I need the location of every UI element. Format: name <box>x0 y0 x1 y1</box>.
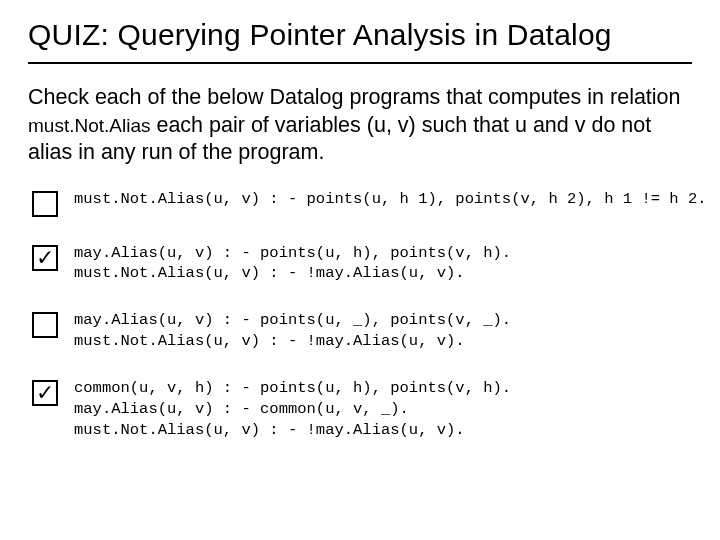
checkbox-1[interactable] <box>32 191 58 217</box>
title-rule <box>28 62 692 64</box>
option-2: ✓ may.Alias(u, v) : - points(u, h), poin… <box>32 243 692 285</box>
instructions-pre: Check each of the below Datalog programs… <box>28 85 681 109</box>
option-1: must.Not.Alias(u, v) : - points(u, h 1),… <box>32 189 692 217</box>
checkmark-4: ✓ <box>36 382 54 404</box>
option-3: may.Alias(u, v) : - points(u, _), points… <box>32 310 692 352</box>
checkbox-4[interactable]: ✓ <box>32 380 58 406</box>
code-2: may.Alias(u, v) : - points(u, h), points… <box>74 243 511 285</box>
code-3: may.Alias(u, v) : - points(u, _), points… <box>74 310 511 352</box>
page-title: QUIZ: Querying Pointer Analysis in Datal… <box>28 18 692 52</box>
code-4: common(u, v, h) : - points(u, h), points… <box>74 378 511 441</box>
instructions: Check each of the below Datalog programs… <box>28 84 692 167</box>
relation-name: must.Not.Alias <box>28 115 150 136</box>
checkbox-3[interactable] <box>32 312 58 338</box>
option-4: ✓ common(u, v, h) : - points(u, h), poin… <box>32 378 692 441</box>
checkmark-2: ✓ <box>36 247 54 269</box>
code-1: must.Not.Alias(u, v) : - points(u, h 1),… <box>74 189 707 210</box>
options-list: must.Not.Alias(u, v) : - points(u, h 1),… <box>28 189 692 441</box>
checkbox-2[interactable]: ✓ <box>32 245 58 271</box>
